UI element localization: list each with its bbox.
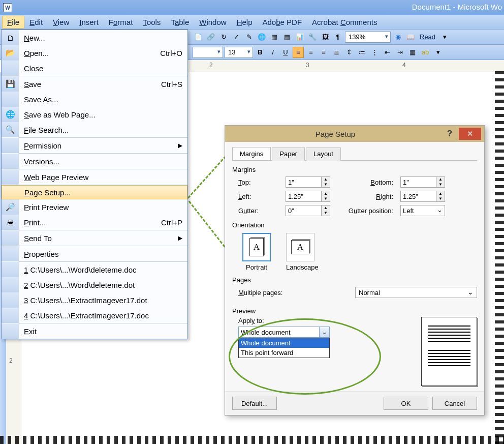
spin-down[interactable]: ▼ bbox=[322, 211, 330, 216]
highlight-button[interactable]: ab bbox=[420, 47, 431, 58]
font-size-combo[interactable]: 13 bbox=[225, 47, 253, 58]
help-button[interactable]: ? bbox=[443, 129, 457, 139]
decrease-indent-button[interactable]: ⇤ bbox=[382, 47, 393, 58]
tab-paper[interactable]: Paper bbox=[272, 147, 305, 161]
file-menu-item[interactable]: Exit bbox=[2, 323, 187, 339]
menu-insert[interactable]: Insert bbox=[74, 16, 104, 28]
menu-window[interactable]: Window bbox=[194, 16, 231, 28]
toolbar-button[interactable]: 📄 bbox=[193, 32, 204, 43]
menu-help[interactable]: Help bbox=[232, 16, 258, 28]
right-spinbox[interactable]: ▲▼ bbox=[400, 191, 451, 202]
orientation-landscape[interactable]: Landscape bbox=[286, 233, 319, 271]
borders-button[interactable]: ▦ bbox=[407, 47, 418, 58]
file-menu-item[interactable]: 3 C:\Users\...\ExtractImagever17.dot bbox=[2, 292, 187, 308]
pilcrow-icon[interactable]: ¶ bbox=[332, 32, 343, 43]
apply-option-whole-document[interactable]: Whole document bbox=[239, 338, 329, 348]
left-spinbox[interactable]: ▲▼ bbox=[286, 191, 336, 202]
align-right-button[interactable]: ≡ bbox=[318, 47, 329, 58]
dialog-title-bar[interactable]: Page Setup ? ✕ bbox=[225, 126, 484, 142]
increase-indent-button[interactable]: ⇥ bbox=[394, 47, 405, 58]
file-menu-item[interactable]: 📂Open...Ctrl+O bbox=[2, 45, 187, 61]
spin-down[interactable]: ▼ bbox=[322, 182, 330, 187]
apply-to-combo[interactable]: Whole document ⌄ bbox=[238, 327, 330, 338]
justify-button[interactable]: ≣ bbox=[331, 47, 342, 58]
file-menu-item[interactable]: 4 C:\Users\...\ExtractImagever17.doc bbox=[2, 308, 187, 323]
file-menu-item[interactable]: Save As... bbox=[2, 92, 187, 107]
menu-tools[interactable]: Tools bbox=[138, 16, 166, 28]
bottom-spinbox[interactable]: ▲▼ bbox=[400, 176, 451, 188]
file-menu-item[interactable]: 1 C:\Users\...\Word\deleteme.doc bbox=[2, 262, 187, 277]
menu-file[interactable]: File bbox=[2, 16, 24, 28]
file-menu-item[interactable]: Properties bbox=[2, 246, 187, 261]
file-menu-item[interactable]: 🔎Print Preview bbox=[2, 199, 187, 215]
gutter-spinbox[interactable]: ▲▼ bbox=[286, 205, 336, 216]
file-menu-item[interactable]: 🔍File Search... bbox=[2, 122, 187, 137]
toolbar-button[interactable]: ✓ bbox=[231, 32, 242, 43]
line-spacing-button[interactable]: ⇕ bbox=[343, 47, 355, 58]
spin-up[interactable]: ▲ bbox=[436, 191, 445, 196]
tab-margins[interactable]: Margins bbox=[232, 147, 271, 160]
bullet-list-button[interactable]: ⋮ bbox=[369, 47, 380, 58]
multiple-pages-select[interactable]: Normal bbox=[355, 287, 477, 298]
toolbar-button[interactable]: 🔗 bbox=[205, 32, 216, 43]
orientation-portrait[interactable]: Portrait bbox=[242, 233, 271, 271]
spin-down[interactable]: ▼ bbox=[322, 196, 330, 201]
cancel-button[interactable]: Cancel bbox=[432, 397, 477, 410]
help-icon[interactable]: ◉ bbox=[392, 32, 403, 43]
chevron-down-icon[interactable]: ⌄ bbox=[319, 327, 329, 337]
spin-up[interactable]: ▲ bbox=[436, 177, 445, 182]
read-label[interactable]: Read bbox=[418, 33, 437, 41]
toolbar-button[interactable]: 📊 bbox=[294, 32, 305, 43]
gutter-position-select[interactable]: Left bbox=[400, 205, 445, 216]
toolbar-button[interactable]: 🌐 bbox=[256, 32, 267, 43]
right-input[interactable] bbox=[400, 191, 436, 202]
spin-down[interactable]: ▼ bbox=[436, 182, 445, 187]
top-input[interactable] bbox=[286, 176, 321, 188]
file-menu-item[interactable]: Permission▶ bbox=[2, 138, 187, 153]
toolbar-button[interactable]: ↻ bbox=[218, 32, 229, 43]
align-center-button[interactable]: ≡ bbox=[305, 47, 317, 58]
file-menu-item[interactable]: 🖶Print...Ctrl+P bbox=[2, 215, 187, 230]
underline-button[interactable]: U bbox=[280, 47, 291, 58]
file-menu-item[interactable]: 🗋New... bbox=[2, 30, 187, 45]
file-menu-item[interactable]: Close bbox=[2, 61, 187, 76]
tab-layout[interactable]: Layout bbox=[306, 147, 341, 161]
spin-up[interactable]: ▲ bbox=[322, 177, 330, 182]
spin-down[interactable]: ▼ bbox=[436, 196, 445, 201]
bold-button[interactable]: B bbox=[255, 47, 266, 58]
italic-button[interactable]: I bbox=[267, 47, 278, 58]
spin-up[interactable]: ▲ bbox=[322, 191, 330, 196]
menu-table[interactable]: Table bbox=[166, 16, 194, 28]
top-spinbox[interactable]: ▲▼ bbox=[286, 176, 336, 188]
spin-up[interactable]: ▲ bbox=[322, 205, 330, 211]
align-left-button[interactable]: ≡ bbox=[293, 47, 304, 58]
ok-button[interactable]: OK bbox=[384, 397, 428, 410]
file-menu-item[interactable]: Versions... bbox=[2, 154, 187, 169]
toolbar-button[interactable]: 🖼 bbox=[320, 32, 331, 43]
file-menu-item[interactable]: 🌐Save as Web Page... bbox=[2, 107, 187, 122]
file-menu-item[interactable]: Send To▶ bbox=[2, 230, 187, 246]
bottom-input[interactable] bbox=[400, 176, 436, 188]
toolbar-button[interactable]: 🔧 bbox=[307, 32, 318, 43]
toolbar-button[interactable]: ▦ bbox=[269, 32, 280, 43]
menu-format[interactable]: Format bbox=[104, 16, 138, 28]
zoom-combo[interactable]: 139% bbox=[345, 32, 391, 43]
toolbar-button[interactable]: ✎ bbox=[243, 32, 255, 43]
menu-acrobat-comments[interactable]: Acrobat Comments bbox=[307, 16, 382, 28]
file-menu-item[interactable]: 2 C:\Users\...\Word\deleteme.dot bbox=[2, 277, 187, 292]
toolbar-button[interactable]: ▦ bbox=[281, 32, 293, 43]
file-menu-item[interactable]: Web Page Preview bbox=[2, 169, 187, 185]
font-name-combo[interactable] bbox=[193, 47, 223, 58]
gutter-input[interactable] bbox=[286, 205, 321, 216]
close-button[interactable]: ✕ bbox=[459, 128, 481, 140]
toolbar-overflow[interactable]: ▾ bbox=[439, 32, 450, 43]
menu-edit[interactable]: Edit bbox=[24, 16, 48, 28]
read-mode-icon[interactable]: 📖 bbox=[405, 32, 416, 43]
default-button[interactable]: Default... bbox=[232, 397, 277, 410]
apply-option-this-point-forward[interactable]: This point forward bbox=[239, 348, 329, 358]
menu-adobe-pdf[interactable]: Adobe PDF bbox=[258, 16, 307, 28]
file-menu-item[interactable]: Page Setup... bbox=[2, 185, 187, 199]
toolbar-overflow[interactable]: ▾ bbox=[432, 47, 444, 58]
menu-view[interactable]: View bbox=[48, 16, 74, 28]
numbered-list-button[interactable]: ≔ bbox=[356, 47, 367, 58]
